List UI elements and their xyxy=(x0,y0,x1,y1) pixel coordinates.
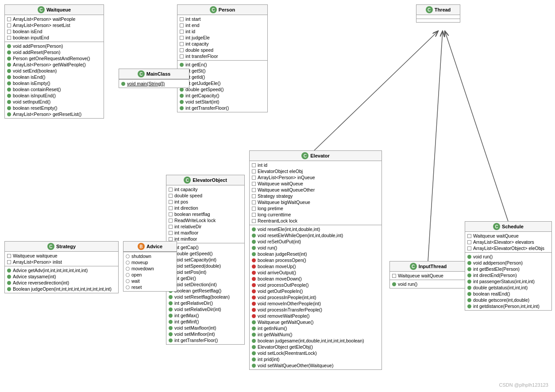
field-row: int capacity xyxy=(177,41,267,47)
svg-line-2 xyxy=(428,31,443,261)
method-row: Advice reversedirection(int) xyxy=(5,280,118,286)
badge-elevator: C xyxy=(301,152,308,159)
method-row: void processOutPeople() xyxy=(250,282,382,288)
class-name-strategy: Strategy xyxy=(56,244,76,249)
field-row: Waitqueue waitQueue xyxy=(390,273,466,279)
badge-schedule: C xyxy=(493,223,500,230)
method-row: boolean processOpen() xyxy=(250,257,382,263)
field-row: int end xyxy=(177,22,267,28)
method-row: int getBestEle(Person) xyxy=(465,266,551,272)
method-row: int getRelativeDir() xyxy=(166,300,244,306)
class-header-elevatorobject: C ElevatorObject xyxy=(166,175,244,185)
class-name-inputthread: InputThread xyxy=(419,264,447,269)
method-row: int getTransferFloor() xyxy=(166,337,244,343)
method-row: void resetEle(int,int,double,int) xyxy=(250,226,382,232)
methods-elevator: void resetEle(int,int,double,int) void r… xyxy=(250,225,382,369)
method-row: int getTransferFloor() xyxy=(177,105,267,111)
method-row: boolean resetEmpty() xyxy=(5,105,104,111)
methods-person: int getEn() int getSt() int getId() int … xyxy=(177,60,267,112)
method-row: void setLock(ReentrantLock) xyxy=(250,350,382,356)
method-row: void removeInOtherPeople(int) xyxy=(250,300,382,307)
badge-mainclass: C xyxy=(138,70,145,77)
method-row: void run() xyxy=(390,281,466,287)
method-row: void setResetflag(boolean) xyxy=(166,294,244,300)
method-row: int getInNum() xyxy=(250,325,382,331)
class-inputthread: C InputThread Waitqueue waitQueue void r… xyxy=(389,261,467,288)
class-schedule: C Schedule Waitqueue waitQueue ArrayList… xyxy=(465,221,552,311)
field-row: Waitqueue waitQueueOther xyxy=(250,187,382,193)
method-row: int getCapacity() xyxy=(177,92,267,99)
method-row: void setSpeed(double) xyxy=(166,263,244,269)
method-row: void setEnd(boolean) xyxy=(5,68,104,74)
method-row: void run() xyxy=(250,245,382,251)
class-header-thread: C Thread xyxy=(416,5,460,15)
method-row: double getscore(int,double) xyxy=(465,297,551,303)
method-row: ElevatorObject getEleObj() xyxy=(250,344,382,350)
field-row: int capacity xyxy=(166,186,244,192)
method-row: Boolean judgeOpen(int,int,int,int,int,in… xyxy=(5,286,118,292)
method-row: void resetEleWhileOpen(int,int,double,in… xyxy=(250,232,382,238)
class-name-mainclass: MainClass xyxy=(146,71,170,77)
class-header-strategy: C Strategy xyxy=(5,242,118,252)
class-name-schedule: Schedule xyxy=(502,224,524,229)
field-row: long pretime xyxy=(250,205,382,211)
method-row: int passengerStatus(int,int,int) xyxy=(465,278,551,284)
method-row: void addPerson(Person) xyxy=(5,43,104,49)
method-row: void setStart(int) xyxy=(177,99,267,105)
method-row: int getSt() xyxy=(177,68,267,74)
field-row: int transferFloor xyxy=(177,53,267,59)
fields-inputthread: Waitqueue waitQueue xyxy=(390,272,466,280)
method-row: void setRelativeDir(int) xyxy=(166,306,244,312)
method-row: void getOutPeopleIn() xyxy=(250,288,382,294)
class-mainclass: C MainClass void main(String[]) xyxy=(119,69,189,88)
diagram-container: C Waitqueue ArrayList<Person> waitPeople… xyxy=(0,0,555,392)
method-row: ArrayList<Person> getResetList() xyxy=(5,111,104,117)
method-row: int getJudgeEle() xyxy=(177,80,267,86)
badge-elevatorobject: C xyxy=(184,177,191,184)
field-row: ArrayList<Person> resetList xyxy=(5,22,104,28)
class-elevatorobject: C ElevatorObject int capacity double spe… xyxy=(166,175,245,345)
method-row: void processInPeople(int,int) xyxy=(250,294,382,300)
field-row: Waitqueue waitqueue xyxy=(5,253,118,259)
field-row: ReentrantLock lock xyxy=(250,218,382,224)
method-row: shutdown xyxy=(123,253,177,259)
method-row: void addperson(Person) xyxy=(465,260,551,266)
methods-waitqueue: void addPerson(Person) void addReset(Per… xyxy=(5,42,104,118)
method-row: int getCap() xyxy=(166,244,244,250)
svg-line-1 xyxy=(445,31,508,221)
badge-strategy: C xyxy=(47,243,54,250)
method-row: movedown xyxy=(123,265,177,272)
methods-inputthread: void run() xyxy=(390,280,466,288)
method-row: int getWaitNum() xyxy=(250,331,382,338)
class-advice: B Advice shutdown moveup movedown open w… xyxy=(123,241,177,292)
method-row: boolean judgesame(int,double,int,int,int… xyxy=(250,338,382,344)
method-row: int getId() xyxy=(177,74,267,80)
method-row: int directEnd(Person) xyxy=(465,272,551,278)
method-row: boolean isEnd() xyxy=(5,74,104,80)
field-row: ElevatorObject eleObj xyxy=(250,168,382,174)
class-header-elevator: C Elevator xyxy=(250,151,382,161)
badge-inputthread: C xyxy=(410,263,417,270)
badge-waitqueue: C xyxy=(38,6,45,13)
field-row: ArrayList<Person> inQueue xyxy=(250,174,382,181)
method-row: boolean moveDown() xyxy=(250,276,382,282)
class-name-person: Person xyxy=(219,7,235,12)
method-row: Advice staysame(int) xyxy=(5,273,118,280)
method-row: wait xyxy=(123,278,177,284)
class-name-elevatorobject: ElevatorObject xyxy=(193,177,227,183)
method-row: void processInTransferPeople() xyxy=(250,307,382,313)
field-row: ArrayList<ElevatorObject> eleObjs xyxy=(465,245,551,251)
method-row: open xyxy=(123,272,177,278)
class-header-person: C Person xyxy=(177,5,267,15)
fields-thread xyxy=(416,15,460,19)
method-row: Advice getAdv(int,int,int,int,int,int,in… xyxy=(5,267,118,273)
field-row: int relativeDir xyxy=(166,223,244,230)
field-row: ArrayList<Elevator> elevators xyxy=(465,239,551,245)
field-row: int judgeEle xyxy=(177,35,267,41)
method-row: boolean containReset() xyxy=(5,86,104,92)
field-row: int pos xyxy=(166,199,244,205)
badge-advice: B xyxy=(138,243,145,250)
method-row: void main(String[]) xyxy=(119,81,189,87)
class-header-advice: B Advice xyxy=(123,242,177,252)
fields-schedule: Waitqueue waitQueue ArrayList<Elevator> … xyxy=(465,232,551,252)
